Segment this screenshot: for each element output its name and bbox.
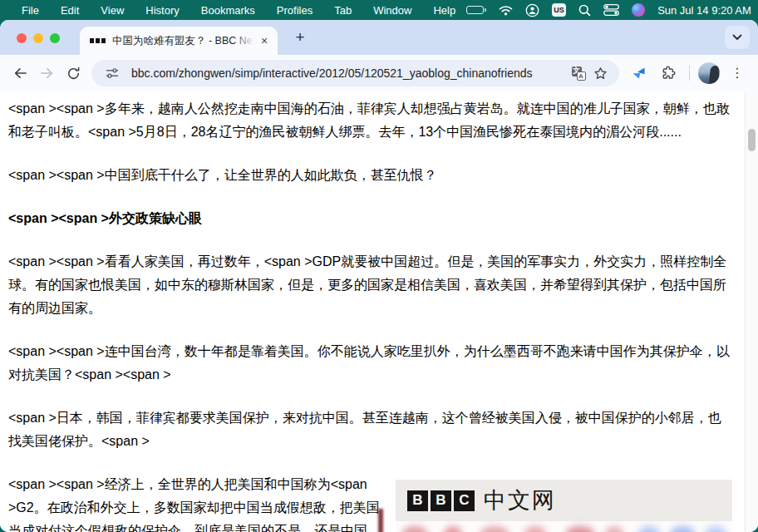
scrollbar-thumb[interactable] bbox=[748, 129, 756, 151]
article-paragraph: <span ><span >看看人家美国，再过数年，<span >GDP就要被中… bbox=[8, 250, 731, 320]
site-settings-icon[interactable] bbox=[101, 62, 123, 84]
tab-search-button[interactable] bbox=[725, 26, 750, 49]
article-paragraph: <span >日本，韩国，菲律宾都要求美国保护，来对抗中国。甚至连越南，这个曾经… bbox=[8, 406, 731, 453]
page-scrollbar[interactable] bbox=[745, 91, 758, 532]
menubar-menu[interactable]: View bbox=[90, 4, 135, 17]
extensions-puzzle-icon[interactable] bbox=[656, 61, 681, 86]
article-paragraph: <span ><span >经济上，全世界的人把美国和中国称为<span >G2… bbox=[8, 473, 389, 532]
article-paragraph: <span ><span >多年来，越南人公然挖走南中国海的石油，菲律宾人却想强… bbox=[8, 97, 731, 144]
bbc-favicon bbox=[90, 38, 106, 43]
article-paragraph: <span ><span >外交政策缺心眼 bbox=[8, 207, 731, 230]
menubar-menu[interactable]: Window bbox=[362, 4, 422, 17]
bbc-logo-strip: BBC 中文网 bbox=[396, 480, 732, 521]
tab-title-fade bbox=[233, 34, 254, 48]
bbc-logo-block: B bbox=[407, 490, 428, 511]
translate-icon[interactable]: 文 A bbox=[568, 62, 589, 84]
menubar-menu[interactable]: Tab bbox=[323, 4, 362, 17]
tab-title: 中国为啥难有盟友？ - BBC New bbox=[112, 34, 254, 48]
wifi-icon[interactable] bbox=[499, 5, 513, 16]
bbc-logo-block: C bbox=[454, 490, 475, 511]
blurred-embed-image bbox=[396, 521, 732, 532]
macos-menubar: File Edit View History Bookmarks Profile… bbox=[0, 0, 758, 20]
siri-icon[interactable] bbox=[632, 3, 645, 17]
tab-close-icon[interactable]: × bbox=[258, 34, 271, 47]
bbc-logo-block: B bbox=[431, 490, 451, 511]
article-paragraph: <span ><span >连中国台湾，数十年都是靠着美国。你不能说人家吃里扒外… bbox=[8, 340, 731, 387]
browser-tab[interactable]: 中国为啥难有盟友？ - BBC New × bbox=[80, 27, 278, 55]
blurred-image-edge bbox=[378, 509, 383, 532]
new-tab-button[interactable]: + bbox=[289, 27, 311, 48]
browser-toolbar: bbc.com/zhongwen/simp/interactive/2012/0… bbox=[0, 55, 758, 91]
reload-button[interactable] bbox=[60, 60, 86, 86]
minimize-window-button[interactable] bbox=[33, 33, 43, 43]
profile-avatar[interactable] bbox=[698, 62, 720, 84]
tab-strip: 中国为啥难有盟友？ - BBC New × + bbox=[0, 20, 758, 55]
menubar-menu[interactable]: Help bbox=[422, 4, 466, 17]
chevron-down-icon bbox=[732, 34, 742, 41]
zoom-window-button[interactable] bbox=[50, 33, 60, 43]
toolbar-divider bbox=[689, 66, 690, 81]
article-text: <span ><span >多年来，越南人公然挖走南中国海的石油，菲律宾人却想强… bbox=[0, 91, 758, 532]
battery-icon[interactable] bbox=[466, 6, 486, 14]
article-paragraph: <span ><span >中国到底干什么了，让全世界的人如此欺负，甚至仇恨？ bbox=[8, 164, 731, 187]
extension-share-icon[interactable] bbox=[626, 61, 651, 86]
menubar-menu[interactable]: File bbox=[11, 4, 50, 17]
menubar-menu[interactable]: Bookmarks bbox=[190, 4, 266, 17]
page-content: <span ><span >多年来，越南人公然挖走南中国海的石油，菲律宾人却想强… bbox=[0, 91, 758, 532]
toolbar-right-icons: ⋮ bbox=[626, 61, 750, 86]
menubar-menu[interactable]: History bbox=[135, 4, 190, 17]
address-bar[interactable]: bbc.com/zhongwen/simp/interactive/2012/0… bbox=[91, 60, 619, 86]
keyboard-layout-badge[interactable]: US bbox=[552, 3, 566, 17]
fast-user-switch-icon[interactable] bbox=[525, 3, 539, 17]
bbc-chinese-wordmark: 中文网 bbox=[484, 485, 556, 515]
menubar-clock[interactable]: Sun Jul 14 9:20 AM bbox=[657, 4, 751, 17]
bbc-logo-icon: BBC bbox=[407, 490, 475, 511]
chrome-menu-kebab-icon[interactable]: ⋮ bbox=[725, 61, 750, 86]
menubar-status-area: US Sun Jul 14 9:20 AM bbox=[466, 3, 751, 17]
browser-window: 中国为啥难有盟友？ - BBC New × + bbox=[0, 20, 758, 532]
back-button[interactable] bbox=[7, 60, 33, 86]
bookmark-star-icon[interactable] bbox=[589, 62, 611, 84]
spotlight-search-icon[interactable] bbox=[578, 4, 591, 17]
control-center-icon[interactable] bbox=[603, 4, 619, 16]
menubar-menus: File Edit View History Bookmarks Profile… bbox=[11, 4, 466, 17]
bbc-embed-card[interactable]: BBC 中文网 bbox=[396, 480, 732, 532]
url-text[interactable]: bbc.com/zhongwen/simp/interactive/2012/0… bbox=[131, 66, 568, 80]
forward-button[interactable] bbox=[33, 60, 60, 86]
window-controls bbox=[17, 33, 60, 43]
close-window-button[interactable] bbox=[17, 33, 27, 43]
menubar-menu[interactable]: Profiles bbox=[266, 4, 323, 17]
menubar-menu[interactable]: Edit bbox=[50, 4, 90, 17]
